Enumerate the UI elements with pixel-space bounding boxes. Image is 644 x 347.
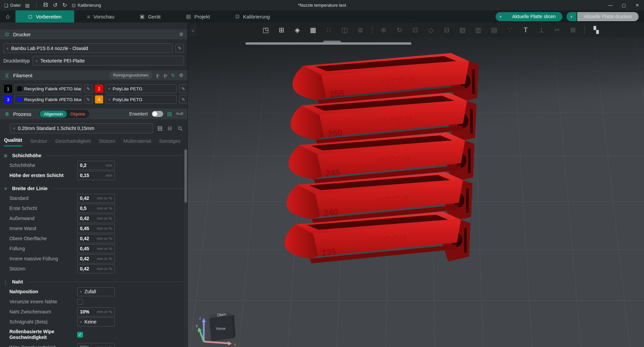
undo-icon[interactable]: ↺ xyxy=(53,2,57,9)
tab-projekt[interactable]: ▤ Projekt xyxy=(173,10,223,23)
fix-model-icon[interactable]: ⊠ xyxy=(569,26,578,34)
close-button[interactable]: × xyxy=(631,0,644,10)
add-filament-icon[interactable]: ((+ xyxy=(164,73,167,78)
wipe-speed-input[interactable]: 90% mm or % xyxy=(77,343,115,347)
flush-volumes-button[interactable]: Reinigungsvolumen xyxy=(109,72,152,79)
notes-icon[interactable]: ▤ xyxy=(25,3,30,8)
edit-printer-button[interactable]: ✎ xyxy=(175,44,184,53)
line-width-top-surface-input[interactable]: 0,42 mm or % xyxy=(77,234,115,243)
printer-preset-dropdown[interactable]: ∨ Bambu Lab P1S 0.4 nozzle - Oswald xyxy=(3,43,173,53)
scarf-seam-dropdown[interactable]: ∨ Keine xyxy=(77,317,115,327)
lay-on-face-icon[interactable]: ◇ xyxy=(427,26,435,34)
auto-orient-icon[interactable]: ◈ xyxy=(293,26,302,34)
edit-filament-2-button[interactable]: ✎ xyxy=(179,84,188,93)
bed-type-dropdown[interactable]: ∨ Texturierte PEI-Platte xyxy=(33,56,184,66)
tab-struktur[interactable]: Struktur xyxy=(30,138,47,146)
calibration-menu[interactable]: ⊡ Kalibrierung xyxy=(72,3,101,8)
tab-geschwindigkeit[interactable]: Geschwindigkeit xyxy=(55,138,91,146)
line-width-default-input[interactable]: 0,42 mm or % xyxy=(77,194,115,203)
line-width-first-layer-input[interactable]: 0,5 mm or % xyxy=(77,204,115,213)
process-preset-dropdown[interactable]: ∨ 0.20mm Standard 1.Schicht 0,15mm xyxy=(10,123,153,133)
save-preset-icon[interactable] xyxy=(156,125,163,132)
add-object-icon[interactable]: ◳ xyxy=(262,26,270,34)
move-icon[interactable]: ⊕ xyxy=(379,26,388,34)
file-menu-label: Datei xyxy=(10,3,20,8)
line-width-support-input[interactable]: 0,42 mm or % xyxy=(77,264,115,273)
line-width-outer-wall-input[interactable]: 0,42 mm or % xyxy=(77,214,115,223)
advanced-toggle[interactable] xyxy=(152,111,163,117)
printer-settings-icon[interactable]: ⚙ xyxy=(179,32,183,37)
setting-label: Stützen xyxy=(9,266,77,272)
edit-filament-1-button[interactable]: ✎ xyxy=(84,84,93,93)
text-tool-icon[interactable]: T xyxy=(521,26,530,34)
tab-qualitaet[interactable]: Qualität xyxy=(4,137,22,146)
color-paint-icon[interactable]: ▨ xyxy=(458,26,467,34)
support-paint-icon[interactable]: ▥ xyxy=(474,26,483,34)
collapse-sidebar-button[interactable]: ‹ xyxy=(190,25,196,36)
spray-paint-icon[interactable]: ∵ xyxy=(506,26,514,34)
filament-slot-1-badge[interactable]: 1 xyxy=(4,85,12,93)
delete-preset-icon[interactable]: ⊟ xyxy=(167,125,173,132)
slice-options-dropdown[interactable]: ∨ xyxy=(496,12,506,21)
align-icon[interactable]: ∷ xyxy=(325,26,333,34)
model-temperature-tower[interactable]: orca 255 orca 250 xyxy=(272,50,493,285)
cut-icon[interactable]: ⊟ xyxy=(443,26,451,34)
filament-1-dropdown[interactable]: Recycling Fabrik rPETG black xyxy=(14,84,82,93)
tab-kalibrierung[interactable]: ⊡ Kalibrierung xyxy=(223,10,283,23)
line-width-internal-solid-input[interactable]: 0,42 mm or % xyxy=(77,254,115,263)
measure-icon[interactable]: ⊥ xyxy=(537,26,546,34)
seam-gap-input[interactable]: 10% mm or % xyxy=(77,307,115,316)
group-schichthoehe: ≣ Schichthöhe xyxy=(0,150,187,160)
filament-slot-3-badge[interactable]: 3 xyxy=(4,95,12,103)
compare-presets-icon[interactable]: A⇆B xyxy=(176,112,183,116)
filament-4-dropdown[interactable]: ∨ PolyLite PETG xyxy=(105,95,177,104)
edit-filament-4-button[interactable]: ✎ xyxy=(179,95,188,104)
maximize-button[interactable]: ▢ xyxy=(617,0,631,10)
ams-sync-icon[interactable]: ↻ xyxy=(171,73,175,78)
remove-filament-icon[interactable]: ((− xyxy=(156,73,159,78)
minimize-button[interactable]: — xyxy=(604,0,617,10)
filament-slot-2-badge[interactable]: 2 xyxy=(95,85,103,93)
tab-stuetzen[interactable]: Stützen xyxy=(99,138,115,146)
filament-3-dropdown[interactable]: Recycling Fabrik rPETG blue xyxy=(14,95,82,104)
edit-filament-3-button[interactable]: ✎ xyxy=(84,95,93,104)
filament-slot-4-badge[interactable]: 4 xyxy=(95,95,103,103)
save-icon[interactable] xyxy=(43,2,48,8)
filament-2-dropdown[interactable]: ∨ PolyLite PETG xyxy=(105,84,177,93)
roll-based-wipe-checkbox[interactable]: ✓ xyxy=(77,332,83,338)
staggered-inner-seams-checkbox[interactable] xyxy=(77,299,83,305)
tab-geraet[interactable]: ▣ Gerät xyxy=(127,10,174,23)
filament-settings-icon[interactable]: ⚙ xyxy=(179,73,183,78)
tab-sonstiges[interactable]: Sonstiges xyxy=(159,138,181,146)
tab-multimaterial[interactable]: Multimaterial xyxy=(124,138,151,146)
tab-vorschau[interactable]: ≡ Vorschau xyxy=(74,10,127,23)
home-button[interactable]: ⌂ xyxy=(0,10,15,23)
print-options-dropdown[interactable]: ∨ xyxy=(566,12,577,21)
scope-objects-pill[interactable]: Objekte xyxy=(67,111,89,118)
tab-vorbereiten[interactable]: ◻ Vorbereiten xyxy=(15,10,74,23)
layer-height-input[interactable]: 0,2 mm xyxy=(77,161,115,170)
scale-icon[interactable]: ⊡ xyxy=(411,26,420,34)
split-to-objects-icon[interactable]: ◫ xyxy=(340,26,349,34)
line-width-infill-input[interactable]: 0,45 mm or % xyxy=(77,244,115,253)
search-settings-icon[interactable] xyxy=(177,125,183,132)
variable-layer-height-icon[interactable]: ≣ xyxy=(356,26,365,34)
print-plate-button[interactable]: Aktuelle Platte drucken xyxy=(577,12,639,21)
line-width-inner-wall-input[interactable]: 0,45 mm or % xyxy=(77,224,115,233)
redo-icon[interactable]: ↻ xyxy=(62,2,67,9)
file-menu[interactable]: ❏ Datei xyxy=(4,3,20,8)
mesh-boolean-icon[interactable]: ✂ xyxy=(553,26,562,34)
arrange-icon[interactable]: ▦ xyxy=(309,26,318,34)
add-plate-icon[interactable]: ⊞ xyxy=(277,26,286,34)
parameter-list-icon[interactable]: ▤ xyxy=(167,111,172,117)
rotate-icon[interactable]: ↻ xyxy=(395,26,404,34)
scope-global-pill[interactable]: Allgemein xyxy=(40,111,67,118)
navigation-cube[interactable]: Oben Vorne z y x xyxy=(195,309,242,347)
viewport-3d[interactable]: ◳ ⊞ ◈ ▦ ∷ ◫ ≣ ⊕ ↻ ⊡ ◇ ⊟ ▨ ▥ ▤ ∵ T ⊥ ✂ ⊠ … xyxy=(188,23,644,347)
first-layer-height-input[interactable]: 0,15 mm xyxy=(77,171,115,180)
seam-position-dropdown[interactable]: ∨ Zufall xyxy=(77,287,115,296)
seam-paint-icon[interactable]: ▤ xyxy=(490,26,499,34)
assembly-view-icon[interactable]: ▚ xyxy=(592,26,601,34)
slice-plate-button[interactable]: Aktuelle Platte slicen xyxy=(506,12,562,21)
scrollbar-thumb[interactable] xyxy=(184,149,187,203)
